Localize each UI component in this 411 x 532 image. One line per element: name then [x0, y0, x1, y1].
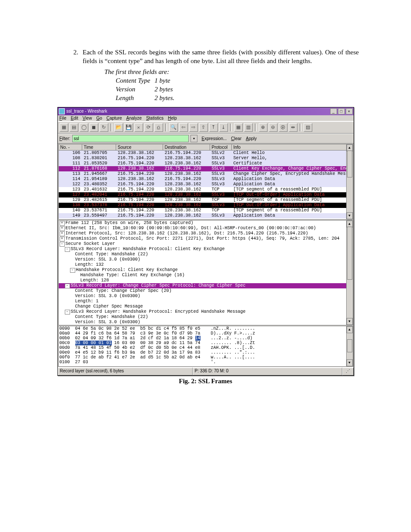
filter-input[interactable] — [72, 135, 189, 142]
detail-line[interactable]: Length: 128 — [59, 278, 353, 283]
detail-line[interactable]: +Internet Protocol, Src: 128.238.38.162 … — [59, 231, 353, 236]
scroll-thumb[interactable] — [347, 151, 352, 177]
scroll-thumb[interactable] — [347, 227, 352, 280]
packet-row[interactable]: 11421.954189128.238.38.162216.75.194.220… — [59, 177, 353, 182]
scroll-down-icon[interactable]: ▼ — [347, 318, 353, 325]
packet-row[interactable]: 11321.945667216.75.194.220128.238.38.162… — [59, 171, 353, 177]
hex-line[interactable]: 00f0 77 1c de ab f2 41 e7 2e ad d5 1c 5b… — [59, 355, 353, 360]
titlebar[interactable]: ssl_trace - Wireshark _ □ × — [58, 107, 354, 115]
tb-zoom-out[interactable]: ⊖ — [269, 123, 277, 132]
tb-find[interactable]: 🔍 — [169, 123, 178, 132]
tb-open[interactable]: 📂 — [114, 123, 123, 132]
col-protocol[interactable]: Protocol — [210, 144, 232, 150]
menu-analyze[interactable]: Analyze — [126, 116, 142, 120]
tb-interfaces[interactable]: ▦ — [60, 123, 68, 132]
hex-line[interactable]: 00e0 e4 e5 12 b9 11 f6 b3 9a de b7 22 0d… — [59, 350, 353, 355]
tb-zoom-100[interactable]: ⦿ — [279, 123, 287, 132]
hex-line[interactable]: 00a0 44 29 f1 c6 ba 64 58 79 c3 9e 3e 0c… — [59, 331, 353, 336]
detail-line[interactable]: +Ethernet II, Src: Ibm_10:60:99 (00:09:6… — [59, 226, 353, 231]
detail-line[interactable]: +Frame 112 (258 bytes on wire, 258 bytes… — [59, 221, 353, 226]
close-button[interactable]: × — [346, 108, 353, 114]
filter-dropdown[interactable]: ▾ — [190, 135, 197, 142]
menu-view[interactable]: View — [83, 116, 92, 120]
detail-line[interactable]: Version: SSL 3.0 (0x0300) — [59, 257, 353, 262]
tb-start[interactable]: ◯ — [80, 123, 88, 132]
packet-list-pane[interactable]: No. - Time Source Destination Protocol I… — [58, 144, 353, 220]
detail-line[interactable]: +Transmission Control Protocol, Src Port… — [59, 236, 353, 241]
packet-row[interactable]: 12923.482615216.75.194.220128.238.38.162… — [59, 197, 353, 203]
col-info[interactable]: Info — [232, 144, 353, 150]
scroll-down-icon[interactable]: ▼ — [347, 359, 353, 366]
tb-zoom-in[interactable]: ⊕ — [259, 123, 267, 132]
packet-row[interactable]: 11221.876168128.238.38.162216.75.194.220… — [59, 166, 353, 171]
tb-colorize[interactable]: ▦ — [234, 123, 243, 132]
col-no[interactable]: No. - — [59, 144, 82, 150]
packet-row[interactable]: 14923.559497216.75.194.220128.238.38.162… — [59, 213, 353, 218]
menu-file[interactable]: File — [60, 116, 67, 120]
col-time[interactable]: Time — [82, 144, 116, 150]
tb-save[interactable]: 💾 — [124, 123, 133, 132]
tb-resize-cols[interactable]: ⇹ — [289, 123, 297, 132]
minimize-button[interactable]: _ — [330, 108, 337, 114]
col-destination[interactable]: Destination — [163, 144, 210, 150]
packet-row[interactable]: 11121.853520216.75.194.220128.238.38.162… — [59, 161, 353, 166]
menu-statistics[interactable]: Statistics — [146, 116, 164, 120]
tb-forward[interactable]: ⇨ — [189, 123, 198, 132]
resize-grip-icon[interactable]: ⋰ — [342, 368, 354, 375]
packet-list-header[interactable]: No. - Time Source Destination Protocol I… — [59, 144, 353, 151]
detail-line[interactable]: Handshake Type: Client Key Exchange (16) — [59, 273, 353, 278]
detail-line[interactable]: -SSLv3 Record Layer: Change Cipher Spec … — [59, 283, 353, 288]
tb-print[interactable]: ⎙ — [154, 123, 163, 132]
detail-line[interactable]: -Secure Socket Layer — [59, 241, 353, 247]
detail-line[interactable]: Content Type: Handshake (22) — [59, 315, 353, 320]
packet-row[interactable]: 13823.537378216.75.194.220128.238.38.162… — [59, 203, 353, 208]
detail-line[interactable]: Version: SSL 3.0 (0x0300) — [59, 294, 353, 299]
packet-row[interactable]: 12323.481632216.75.194.220128.238.38.162… — [59, 187, 353, 192]
hex-line[interactable]: 0090 04 6e 5a 0c 98 2e 52 ee b5 bc d1 c4… — [59, 326, 353, 331]
detail-line[interactable]: Length: 1 — [59, 299, 353, 304]
scroll-up-icon[interactable]: ▲ — [347, 326, 353, 333]
packet-bytes-pane[interactable]: 0090 04 6e 5a 0c 98 2e 52 ee b5 bc d1 c4… — [58, 326, 353, 367]
detail-line[interactable]: Length: 56 — [59, 325, 353, 325]
detail-line[interactable]: Content Type: Handshake (22) — [59, 252, 353, 257]
tb-options[interactable]: ▤ — [70, 123, 78, 132]
scroll-thumb[interactable] — [347, 339, 352, 352]
tb-first[interactable]: ⤒ — [209, 123, 218, 132]
hex-line[interactable]: 0100 27 03 '. — [59, 360, 353, 365]
filter-expression[interactable]: Expression... — [202, 136, 227, 141]
menu-edit[interactable]: Edit — [71, 116, 78, 120]
filter-clear[interactable]: Clear — [231, 136, 241, 141]
tb-autoscroll[interactable]: ▥ — [244, 123, 253, 132]
scrollbar[interactable]: ▲ ▼ — [346, 326, 353, 366]
detail-line[interactable]: -SSLv3 Record Layer: Handshake Protocol:… — [59, 247, 353, 252]
tb-goto[interactable]: ⇧ — [199, 123, 208, 132]
col-source[interactable]: Source — [116, 144, 163, 150]
detail-line[interactable]: -Handshake Protocol: Client Key Exchange — [59, 268, 353, 273]
packet-row[interactable]: 12223.480352216.75.194.220128.238.38.162… — [59, 182, 353, 187]
tb-close[interactable]: × — [134, 123, 143, 132]
menu-go[interactable]: Go — [96, 116, 102, 120]
hex-line[interactable]: 00d0 7a 41 48 15 4f 50 4b e2 df 0c d0 5b… — [59, 345, 353, 350]
scrollbar[interactable]: ▲ ▼ — [346, 221, 353, 325]
packet-row[interactable]: 10821.830201216.75.194.220128.238.38.162… — [59, 156, 353, 161]
detail-line[interactable]: Version: SSL 3.0 (0x0300) — [59, 320, 353, 325]
tb-capture-filters[interactable]: ▨ — [304, 123, 312, 132]
tb-last[interactable]: ⤓ — [219, 123, 228, 132]
packet-row[interactable]: 12723.482041216.75.194.220128.238.38.162… — [59, 192, 353, 197]
packet-details-pane[interactable]: +Frame 112 (258 bytes on wire, 258 bytes… — [58, 220, 353, 325]
tb-back[interactable]: ⇦ — [179, 123, 188, 132]
menu-capture[interactable]: Capture — [107, 116, 122, 120]
filter-apply[interactable]: Apply — [246, 136, 257, 141]
detail-line[interactable]: Change Cipher Spec Message — [59, 304, 353, 309]
menu-help[interactable]: Help — [168, 116, 177, 120]
maximize-button[interactable]: □ — [338, 108, 345, 114]
detail-line[interactable]: Content Type: Change Cipher Spec (20) — [59, 288, 353, 294]
tb-stop[interactable]: ◼ — [90, 123, 98, 132]
hex-line[interactable]: 00c0 03 00 00 01 01 16 03 00 00 38 29 a9… — [59, 341, 353, 345]
tb-restart[interactable]: ↻ — [100, 123, 108, 132]
tb-reload[interactable]: ⟳ — [144, 123, 153, 132]
hex-line[interactable]: 00b0 02 04 09 32 f6 1d 7a a1 2d cf d2 1a… — [59, 336, 353, 341]
detail-line[interactable]: Length: 132 — [59, 262, 353, 268]
detail-line[interactable]: -SSLv3 Record Layer: Handshake Protocol:… — [59, 309, 353, 315]
packet-row[interactable]: 10621.805705128.238.38.162216.75.194.220… — [59, 151, 353, 156]
